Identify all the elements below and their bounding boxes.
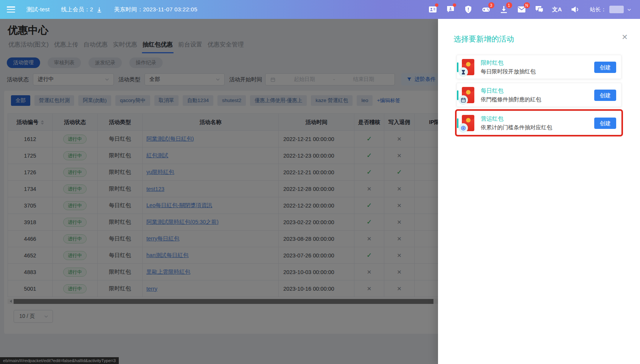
server-time-label: 美东时间：2023-11-07 03:22:05 bbox=[114, 6, 197, 13]
accent-bar bbox=[457, 62, 458, 72]
contact-card-icon[interactable] bbox=[428, 5, 438, 14]
create-button[interactable]: 创建 bbox=[594, 118, 616, 129]
shield-icon[interactable] bbox=[463, 5, 473, 14]
modal-mask[interactable] bbox=[0, 19, 438, 364]
activity-type-card-3[interactable]: 营运红包依累计的门槛条件抽对应红包创建 bbox=[457, 111, 621, 135]
chevron-down-icon bbox=[627, 7, 632, 12]
mail-icon[interactable]: N bbox=[517, 5, 527, 14]
activity-type-cards: 限时红包每日限时段开放抽红包创建每日红包依門檻條件抽對應的紅包创建营运红包依累计… bbox=[457, 55, 621, 135]
red-envelope-icon bbox=[462, 115, 474, 131]
wheel-icon bbox=[458, 123, 468, 133]
sitemaster-area[interactable]: 站长： bbox=[590, 6, 632, 13]
red-envelope-icon bbox=[462, 87, 474, 103]
hall-name: 测試-test bbox=[26, 6, 50, 13]
menu-toggle-icon[interactable] bbox=[7, 6, 15, 12]
card-title: 限时红包 bbox=[481, 59, 503, 67]
coin-icon bbox=[466, 118, 471, 122]
online-members-label: 线上会员：2 bbox=[61, 6, 93, 13]
sitemaster-label: 站长： bbox=[590, 6, 607, 13]
gamepad-icon[interactable]: 3 bbox=[481, 5, 491, 14]
megaphone-icon[interactable] bbox=[570, 5, 580, 14]
sitemaster-avatar bbox=[609, 6, 624, 13]
notification-count-badge: 3 bbox=[488, 2, 494, 8]
card-description: 每日限时段开放抽红包 bbox=[481, 68, 536, 75]
coin-icon bbox=[466, 90, 471, 94]
download-tray-icon[interactable]: 1 bbox=[499, 5, 509, 14]
activity-type-card-2[interactable]: 每日红包依門檻條件抽對應的紅包创建 bbox=[457, 83, 621, 107]
drawer-title: 选择要新增的活动 bbox=[454, 34, 514, 44]
card-description: 依門檻條件抽對應的紅包 bbox=[481, 96, 541, 103]
translate-icon[interactable]: 文A bbox=[552, 5, 562, 14]
download-arrow-icon[interactable] bbox=[96, 6, 103, 13]
activity-type-card-1[interactable]: 限时红包每日限时段开放抽红包创建 bbox=[457, 55, 621, 79]
accent-bar bbox=[457, 90, 458, 100]
create-button[interactable]: 创建 bbox=[594, 62, 616, 73]
calendar-icon bbox=[458, 95, 468, 105]
topbar: 测試-test 线上会员：2 美东时间：2023-11-07 03:22:05 … bbox=[0, 0, 640, 19]
close-icon[interactable]: ✕ bbox=[621, 33, 628, 41]
notification-count-badge: N bbox=[524, 2, 530, 8]
notification-dot-badge bbox=[453, 3, 456, 7]
red-envelope-icon bbox=[462, 59, 474, 75]
hourglass-icon bbox=[458, 67, 468, 77]
create-activity-drawer: 选择要新增的活动 ✕ 限时红包每日限时段开放抽红包创建每日红包依門檻條件抽對應的… bbox=[438, 19, 640, 364]
card-title: 营运红包 bbox=[481, 115, 503, 122]
coin-icon bbox=[466, 62, 471, 67]
notification-dot-badge bbox=[435, 3, 438, 7]
card-title: 每日红包 bbox=[481, 87, 503, 94]
notification-count-badge: 1 bbox=[506, 2, 512, 8]
accent-bar bbox=[457, 118, 458, 128]
feedback-icon[interactable] bbox=[446, 5, 455, 14]
chat-icon[interactable] bbox=[534, 5, 544, 14]
create-button[interactable]: 创建 bbox=[594, 90, 616, 101]
card-description: 依累计的门槛条件抽对应红包 bbox=[481, 124, 552, 131]
